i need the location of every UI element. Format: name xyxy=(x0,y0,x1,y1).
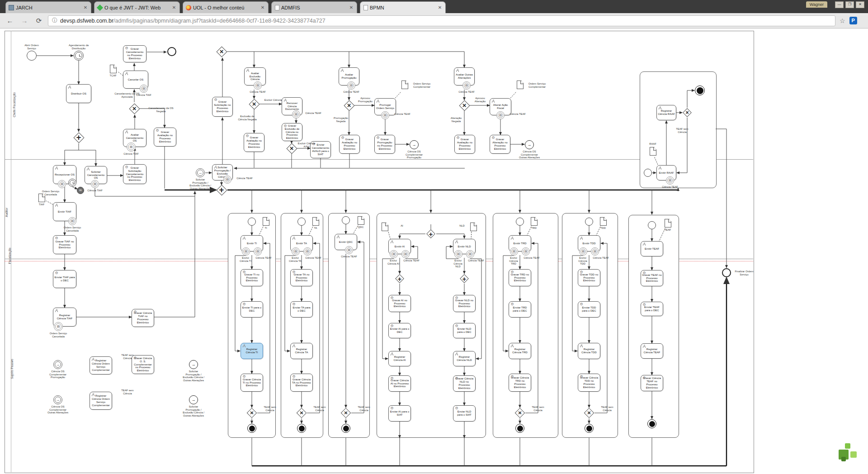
bpmn-task[interactable]: ⚙Enviar TRD para o DEC xyxy=(509,301,531,318)
bpmn-task[interactable]: ⚙Gravar Ciência TIAF no Processo Eletrôn… xyxy=(132,309,154,327)
bpmn-boundary-event-icon[interactable]: ▤ xyxy=(242,247,250,256)
bpmn-task[interactable]: ⚙Gravar Cancelamento no Processo Eletrôn… xyxy=(123,45,146,62)
bpmn-boundary-event-icon[interactable]: ▤ xyxy=(579,247,587,256)
bpmn-gateway-exclusive[interactable]: × xyxy=(683,108,692,117)
browser-tab-uol-o-melhor-conte-[interactable]: UOL - O melhor conteú✕ xyxy=(183,1,269,13)
bpmn-boundary-event-icon[interactable]: ▤ xyxy=(591,247,599,256)
bpmn-task[interactable]: Distribuir OS xyxy=(66,84,91,103)
bpmn-boundary-event-icon[interactable]: ▤ xyxy=(292,110,300,118)
tab-close-icon[interactable]: ✕ xyxy=(349,5,354,10)
bpmn-task[interactable]: ⚙Enviar NLD para o DEC xyxy=(453,323,476,338)
browser-tab-jarch[interactable]: JARCH✕ xyxy=(5,1,91,13)
bpmn-task[interactable]: ⚙Gravar Avaliação no Processo Eletrônico xyxy=(454,135,475,154)
bpmn-boundary-event-icon[interactable]: ▤ xyxy=(454,250,462,258)
tab-close-icon[interactable]: ✕ xyxy=(83,5,88,10)
bpmn-task[interactable]: ⚙Gravar Ciência AI no Processo Eletrônic… xyxy=(388,375,411,392)
bpmn-gateway-parallel[interactable]: + xyxy=(73,132,84,143)
bpmn-gateway-parallel[interactable]: + xyxy=(426,229,435,238)
bpmn-event-link-catch-icon[interactable]: → xyxy=(53,395,62,404)
bpmn-task[interactable]: ⚙Gravar Ciência TA no Processo Eletrônic… xyxy=(290,374,313,392)
bpmn-boundary-event-icon[interactable]: ▤ xyxy=(345,246,353,254)
bpmn-gateway-exclusive[interactable]: × xyxy=(216,46,227,57)
bpmn-task[interactable]: ⚙Gravar NLD no Processo Eletrônico xyxy=(453,295,476,312)
bpmn-boundary-event-icon[interactable]: ▤ xyxy=(223,175,231,184)
bpmn-task[interactable]: ⚙Gravar TI no Processo Eletrônico xyxy=(241,269,263,286)
bpmn-boundary-event-icon[interactable]: ▤ xyxy=(390,250,398,258)
bpmn-task[interactable]: ⚙Enviar TA para o DEC xyxy=(290,301,313,318)
bpmn-boundary-event-icon[interactable]: ▤ xyxy=(303,247,311,256)
bpmn-task[interactable]: ⚙Gravar Ciência NLD no Processo Eletrôni… xyxy=(453,375,476,392)
bpmn-task[interactable]: ⚙Gravar TRD no Processo Eletrônico xyxy=(509,269,531,286)
bpmn-task[interactable]: Emitir TEAF xyxy=(641,241,663,256)
bpmn-boundary-event-icon[interactable]: ▤ xyxy=(91,180,99,188)
bpmn-boundary-event-icon[interactable]: ▤ xyxy=(140,85,148,93)
bpmn-boundary-event-icon[interactable]: ▤ xyxy=(666,176,674,185)
bpmn-event-terminate[interactable] xyxy=(515,424,524,433)
bpmn-task[interactable]: ⚙Gravar Exclusão de Ciência no Processo … xyxy=(282,123,302,141)
bpmn-task[interactable]: ⚙Gravar Ciência TEAF no Processo Eletrôn… xyxy=(641,375,663,391)
window-profile-label[interactable]: Wagner xyxy=(806,1,827,8)
bpmn-task[interactable]: ⚙Gravar Solicitação no Processo Eletrôni… xyxy=(212,97,233,117)
bpmn-task[interactable]: ⚙Enviar NLD para o SIAT xyxy=(453,405,476,422)
bpmn-task[interactable]: ⚙Gravar Ciência TRD no Processo Eletrôni… xyxy=(509,374,531,392)
bpmn-event-terminate[interactable] xyxy=(247,424,256,433)
bpmn-task[interactable]: ⚙Gravar Alteração no Processo Eletrônico xyxy=(490,135,510,154)
bpmn-boundary-event-icon[interactable]: ▤ xyxy=(347,81,355,90)
bpmn-gateway-exclusive[interactable]: × xyxy=(286,143,297,154)
bpmn-gateway-exclusive[interactable]: × xyxy=(584,408,594,418)
bpmn-task[interactable]: ⚙Enviar AI para o SIAT xyxy=(388,405,411,422)
bpmn-task[interactable]: ⚙Enviar TI para o DEC xyxy=(241,301,263,318)
bpmn-event-end[interactable] xyxy=(167,47,176,56)
bpmn-event-terminate[interactable] xyxy=(297,424,306,433)
bpmn-task[interactable]: Registrar Ciência TDD xyxy=(578,343,600,359)
bpmn-task[interactable]: ⚙Gravar Ciência TI no Processo Eletrônic… xyxy=(241,374,263,392)
bpmn-event-start[interactable] xyxy=(27,51,37,61)
bpmn-task[interactable]: Registrar Ciência NLD xyxy=(453,351,476,366)
forward-button[interactable]: → xyxy=(20,17,29,24)
bpmn-event-start[interactable] xyxy=(248,218,256,226)
bpmn-boundary-event-icon[interactable]: ▤ xyxy=(401,250,410,258)
bpmn-event-terminate[interactable] xyxy=(647,419,656,428)
bpmn-boundary-event-icon[interactable]: ▤ xyxy=(54,322,63,331)
bpmn-event-start[interactable] xyxy=(342,216,350,224)
page-info-icon[interactable]: ⓘ xyxy=(52,17,57,24)
address-bar[interactable]: ⓘ devsp.dsfweb.com.br /admfis/paginas/bp… xyxy=(48,15,835,26)
reload-button[interactable]: ⟳ xyxy=(34,17,43,25)
bpmn-gateway-exclusive[interactable]: × xyxy=(129,103,140,114)
bpmn-task[interactable]: ⚙Gravar Ciência TDD no Processo Eletrôni… xyxy=(578,374,600,392)
bpmn-gateway-exclusive[interactable]: × xyxy=(341,408,351,418)
bpmn-task[interactable]: Registrar Ciência RAAF xyxy=(656,105,676,120)
bpmn-event-start[interactable] xyxy=(648,221,656,229)
bpmn-event-timer-icon[interactable] xyxy=(68,179,76,187)
profile-p-badge[interactable]: P xyxy=(849,17,857,24)
bpmn-event-start[interactable] xyxy=(516,218,524,226)
bpmn-task[interactable]: Registrar Ciência AI xyxy=(388,351,411,366)
bpmn-task[interactable]: ⚙Enviar TIAF para o DEC xyxy=(53,270,76,288)
bpmn-gateway-parallel[interactable]: + xyxy=(460,274,469,283)
bpmn-event-link-throw-icon[interactable]: → xyxy=(189,360,198,369)
bpmn-boundary-event-icon[interactable]: ▤ xyxy=(496,111,505,119)
bpmn-boundary-event-icon[interactable]: ▤ xyxy=(292,247,300,256)
bpmn-boundary-event-icon[interactable]: ▤ xyxy=(254,247,262,256)
bpmn-task[interactable]: ⚙Gravar TA no Processo Eletrônico xyxy=(290,269,313,286)
bpmn-task[interactable]: ⚙Gravar Prorrogação no Processo Eletrôni… xyxy=(374,135,395,154)
bpmn-boundary-event-icon[interactable]: ▤ xyxy=(381,111,389,119)
bpmn-boundary-event-icon[interactable]: ▤ xyxy=(466,250,474,258)
bpmn-task[interactable]: ⚙Gravar TEAF no Processo Eletrônico xyxy=(641,270,663,286)
bpmn-event-link-throw-icon[interactable]: → xyxy=(525,140,534,149)
bpmn-gateway-exclusive[interactable]: × xyxy=(249,99,259,109)
browser-tab-bpmn[interactable]: BPMN✕ xyxy=(360,1,446,13)
tab-close-icon[interactable]: ✕ xyxy=(260,5,265,10)
bpmn-gateway-parallel[interactable]: + xyxy=(395,274,404,283)
bookmark-star-icon[interactable]: ☆ xyxy=(840,17,845,24)
bpmn-task[interactable]: Registrar Ciência Ordem Serviço Compleme… xyxy=(90,392,112,410)
close-button[interactable]: ✕ xyxy=(856,1,864,8)
bpmn-gateway-exclusive[interactable]: × xyxy=(459,100,470,111)
back-button[interactable]: ← xyxy=(5,17,14,24)
bpmn-task[interactable]: ⚙Gravar Avaliação no Processo Eletrônico xyxy=(244,133,264,152)
bpmn-event-terminate[interactable] xyxy=(341,424,350,433)
bpmn-task[interactable]: ⚙Enviar TEAF para o DEC xyxy=(641,302,663,316)
bpmn-boundary-event-icon[interactable]: ▤ xyxy=(127,142,136,152)
browser-tab-admfis[interactable]: ADMFIS✕ xyxy=(271,1,357,13)
bpmn-task[interactable]: ⚙Enviar TDD para o DEC xyxy=(578,301,600,318)
